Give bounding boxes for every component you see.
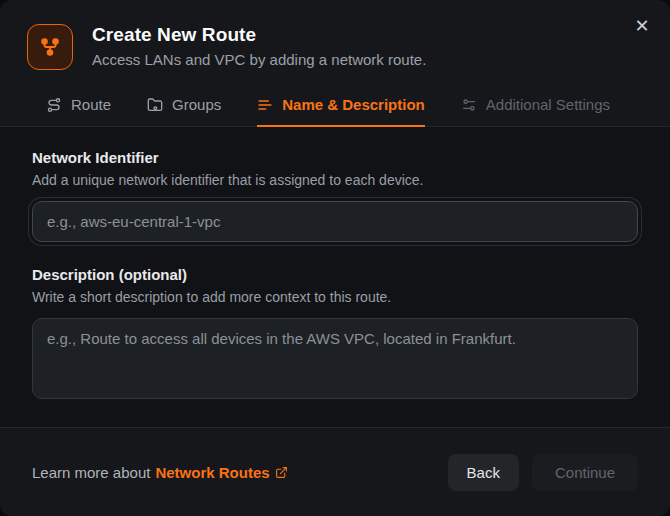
modal-body: Network Identifier Add a unique network … — [0, 127, 670, 427]
footer-buttons: Back Continue — [448, 454, 638, 491]
network-identifier-input[interactable] — [32, 201, 638, 242]
git-fork-icon — [39, 36, 61, 58]
external-link-icon — [275, 466, 288, 479]
modal-header: Create New Route Access LANs and VPC by … — [0, 0, 670, 70]
network-identifier-label: Network Identifier — [32, 149, 638, 166]
network-routes-link-label: Network Routes — [155, 464, 269, 481]
modal-footer: Learn more about Network Routes Back Con… — [0, 427, 670, 516]
header-text: Create New Route Access LANs and VPC by … — [92, 24, 426, 68]
tab-groups[interactable]: Groups — [147, 96, 221, 126]
tab-additional-settings[interactable]: Additional Settings — [461, 96, 610, 126]
tab-label: Additional Settings — [486, 96, 610, 113]
back-button[interactable]: Back — [448, 454, 519, 491]
sliders-icon — [461, 97, 477, 113]
modal-title: Create New Route — [92, 24, 426, 46]
learn-more: Learn more about Network Routes — [32, 464, 288, 481]
continue-button[interactable]: Continue — [532, 454, 638, 491]
tab-label: Groups — [172, 96, 221, 113]
tab-label: Name & Description — [282, 96, 425, 113]
create-route-modal: Create New Route Access LANs and VPC by … — [0, 0, 670, 516]
modal-subtitle: Access LANs and VPC by adding a network … — [92, 51, 426, 68]
tab-route[interactable]: Route — [46, 96, 111, 126]
tab-bar: Route Groups Name & Description Addition… — [0, 70, 670, 127]
learn-more-prefix: Learn more about — [32, 464, 150, 481]
network-routes-link[interactable]: Network Routes — [155, 464, 287, 481]
folder-group-icon — [147, 97, 163, 113]
network-identifier-help: Add a unique network identifier that is … — [32, 172, 638, 188]
close-icon: ✕ — [634, 17, 649, 35]
close-button[interactable]: ✕ — [630, 14, 654, 38]
network-identifier-section: Network Identifier Add a unique network … — [32, 149, 638, 242]
text-lines-icon — [257, 97, 273, 113]
network-routes-icon — [27, 24, 73, 70]
description-section: Description (optional) Write a short des… — [32, 266, 638, 403]
description-help: Write a short description to add more co… — [32, 289, 638, 305]
tab-label: Route — [71, 96, 111, 113]
description-textarea[interactable] — [32, 318, 638, 399]
route-icon — [46, 97, 62, 113]
tab-name-description[interactable]: Name & Description — [257, 96, 425, 126]
description-label: Description (optional) — [32, 266, 638, 283]
